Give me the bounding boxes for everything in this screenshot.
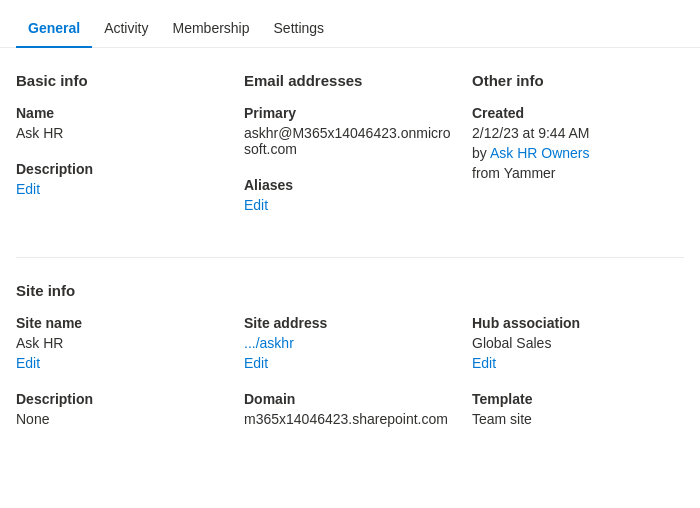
aliases-field: Aliases Edit — [244, 177, 456, 213]
description-field: Description Edit — [16, 161, 228, 197]
hub-association-edit-link[interactable]: Edit — [472, 355, 496, 371]
name-value: Ask HR — [16, 125, 228, 141]
tab-settings[interactable]: Settings — [262, 8, 337, 48]
site-address-edit-link[interactable]: Edit — [244, 355, 268, 371]
description-label: Description — [16, 161, 228, 177]
created-label: Created — [472, 105, 684, 121]
owner-link[interactable]: Ask HR Owners — [490, 145, 590, 161]
hub-association-label: Hub association — [472, 315, 684, 331]
basic-info-column: Basic info Name Ask HR Description Edit — [16, 72, 228, 233]
created-field: Created 2/12/23 at 9:44 AM by Ask HR Own… — [472, 105, 684, 181]
aliases-label: Aliases — [244, 177, 456, 193]
site-description-field: Description None — [16, 391, 228, 427]
site-name-label: Site name — [16, 315, 228, 331]
template-column: Template Team site — [472, 391, 684, 447]
from-text: from Yammer — [472, 165, 684, 181]
site-description-value: None — [16, 411, 228, 427]
main-content: Basic info Name Ask HR Description Edit … — [0, 48, 700, 471]
site-description-column: Description None — [16, 391, 228, 447]
email-addresses-title: Email addresses — [244, 72, 456, 89]
top-section: Basic info Name Ask HR Description Edit … — [16, 72, 684, 233]
primary-label: Primary — [244, 105, 456, 121]
site-name-column: Site name Ask HR Edit — [16, 315, 228, 391]
site-address-label: Site address — [244, 315, 456, 331]
other-info-column: Other info Created 2/12/23 at 9:44 AM by… — [472, 72, 684, 233]
domain-column: Domain m365x14046423.sharepoint.com — [244, 391, 456, 447]
site-address-link[interactable]: .../askhr — [244, 335, 294, 351]
domain-label: Domain — [244, 391, 456, 407]
description-edit-link[interactable]: Edit — [16, 181, 40, 197]
hub-association-column: Hub association Global Sales Edit — [472, 315, 684, 391]
basic-info-title: Basic info — [16, 72, 228, 89]
tab-activity[interactable]: Activity — [92, 8, 160, 48]
site-name-field: Site name Ask HR Edit — [16, 315, 228, 371]
tab-bar: General Activity Membership Settings — [0, 0, 700, 48]
site-bottom-row: Description None Domain m365x14046423.sh… — [16, 391, 684, 447]
created-by: by Ask HR Owners — [472, 145, 684, 161]
name-field: Name Ask HR — [16, 105, 228, 141]
section-divider-1 — [16, 257, 684, 258]
site-info-title: Site info — [16, 282, 684, 299]
site-top-row: Site name Ask HR Edit Site address .../a… — [16, 315, 684, 391]
site-description-label: Description — [16, 391, 228, 407]
site-name-value: Ask HR — [16, 335, 228, 351]
email-addresses-column: Email addresses Primary askhr@M365x14046… — [244, 72, 456, 233]
site-address-column: Site address .../askhr Edit — [244, 315, 456, 391]
template-field: Template Team site — [472, 391, 684, 427]
hub-association-value: Global Sales — [472, 335, 684, 351]
domain-value: m365x14046423.sharepoint.com — [244, 411, 456, 427]
site-address-field: Site address .../askhr Edit — [244, 315, 456, 371]
template-value: Team site — [472, 411, 684, 427]
template-label: Template — [472, 391, 684, 407]
by-text: by — [472, 145, 487, 161]
tab-general[interactable]: General — [16, 8, 92, 48]
tab-membership[interactable]: Membership — [160, 8, 261, 48]
other-info-title: Other info — [472, 72, 684, 89]
hub-association-field: Hub association Global Sales Edit — [472, 315, 684, 371]
primary-email-field: Primary askhr@M365x14046423.onmicrosoft.… — [244, 105, 456, 157]
name-label: Name — [16, 105, 228, 121]
aliases-edit-link[interactable]: Edit — [244, 197, 268, 213]
primary-value: askhr@M365x14046423.onmicrosoft.com — [244, 125, 456, 157]
domain-field: Domain m365x14046423.sharepoint.com — [244, 391, 456, 427]
site-name-edit-link[interactable]: Edit — [16, 355, 40, 371]
created-value: 2/12/23 at 9:44 AM — [472, 125, 684, 141]
